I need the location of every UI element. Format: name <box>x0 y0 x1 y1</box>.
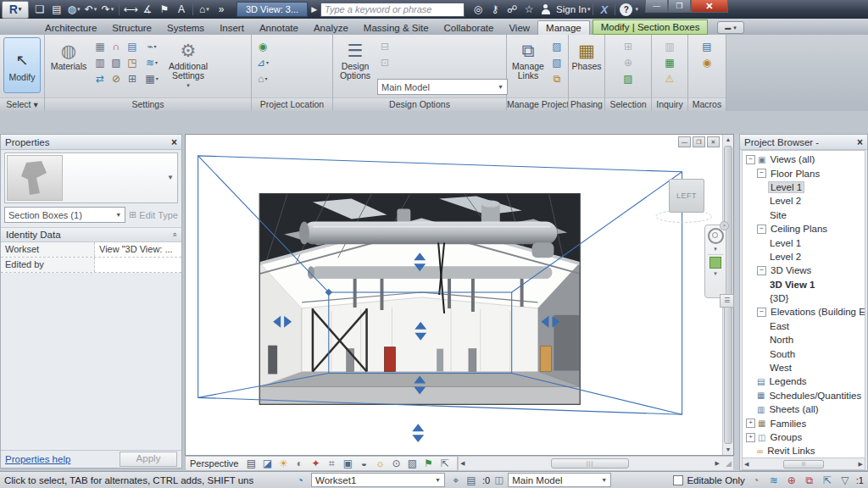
select-by-id-icon[interactable]: ▦ <box>662 55 677 69</box>
view-scale-label[interactable]: Perspective <box>190 458 238 469</box>
application-menu-button[interactable]: R▾ <box>2 1 29 19</box>
tab-massing-site[interactable]: Massing & Site <box>356 21 437 35</box>
macro-manager-icon[interactable]: ▤ <box>699 39 715 53</box>
save-selection-icon[interactable]: ⊞ <box>620 39 636 53</box>
maximize-button[interactable]: ❐ <box>668 0 691 13</box>
minimize-button[interactable]: — <box>645 0 668 13</box>
active-design-option-dropdown[interactable]: Main Model▼ <box>508 473 611 487</box>
project-parameters-icon[interactable]: ▥ <box>92 55 108 69</box>
lock-view-icon[interactable]: ⊙ <box>388 457 403 471</box>
tab-annotate[interactable]: Annotate <box>252 21 306 35</box>
coordinates-icon[interactable]: ⊿▾ <box>255 55 270 69</box>
property-value[interactable] <box>95 258 181 272</box>
tree-item-level-1[interactable]: Level 1 <box>743 236 865 249</box>
tree-item-groups[interactable]: +◫Groups <box>743 430 865 444</box>
ids-of-selection-icon[interactable]: ▥ <box>662 39 677 53</box>
detail-level-icon[interactable]: ▤ <box>243 457 259 471</box>
add-to-set-icon[interactable]: ⊟ <box>377 39 392 53</box>
rendering-dialog-icon[interactable]: ✦ <box>308 457 323 471</box>
project-information-icon[interactable]: ▤ <box>125 39 140 53</box>
project-browser-title-bar[interactable]: Project Browser - × <box>740 135 867 150</box>
tab-structure[interactable]: Structure <box>104 21 159 35</box>
tree-item-west[interactable]: West <box>743 361 865 374</box>
drawing-area[interactable]: — ❐ ✕ LEFT × ▾ ▾ ☰ ▲ ▼ <box>185 134 734 456</box>
starting-view-icon[interactable]: ⧉ <box>549 71 565 86</box>
object-styles-icon[interactable]: ▦ <box>92 39 108 53</box>
sun-path-icon[interactable]: ☀ <box>275 457 291 471</box>
horizontal-scrollbar[interactable]: ◀ ||| ▶ ◢ <box>458 456 734 471</box>
tree-item-legends[interactable]: ▤Legends <box>743 374 865 388</box>
close-icon[interactable]: × <box>171 136 177 148</box>
links-status-icon[interactable]: ⧉ <box>802 473 817 487</box>
scroll-down-icon[interactable]: ▼ <box>726 445 732 455</box>
tree-item-north[interactable]: North <box>743 333 865 347</box>
analytical-model-icon[interactable]: ⚑ <box>420 457 436 471</box>
tab-collaborate[interactable]: Collaborate <box>437 21 502 35</box>
phases-button[interactable]: ▦ Phases <box>570 37 603 72</box>
global-parameters-icon[interactable]: ◳ <box>125 55 140 69</box>
project-units-icon[interactable]: ⊞ <box>125 71 140 86</box>
tree-item-schedules-quantities[interactable]: ▦Schedules/Quantities <box>743 389 865 402</box>
select-count-icon[interactable]: ⌖ <box>448 473 464 487</box>
tree-item-east[interactable]: East <box>743 319 865 333</box>
resize-grip[interactable]: ◢ <box>721 459 733 468</box>
collapse-icon[interactable]: » <box>170 232 178 236</box>
shared-parameters-icon[interactable]: ▧ <box>108 55 124 69</box>
snaps-icon[interactable]: ∩ <box>108 39 124 53</box>
mep-settings-icon[interactable]: ≋▾ <box>144 55 159 69</box>
open-button[interactable]: ❏ <box>31 2 48 17</box>
modify-button[interactable]: ↖ Modify <box>3 37 41 93</box>
tree-item-level-2[interactable]: Level 2 <box>743 250 865 263</box>
navigation-bar[interactable]: × ▾ ▾ <box>704 225 726 298</box>
tree-item-revit-links[interactable]: ∞Revit Links <box>743 444 865 458</box>
tree-item-south[interactable]: South <box>743 347 865 360</box>
decal-types-icon[interactable]: ▧ <box>549 55 565 69</box>
collapse-icon[interactable]: − <box>757 169 766 178</box>
favorites-icon[interactable]: ☆ <box>520 2 537 17</box>
edit-selection-icon[interactable]: ▨ <box>620 71 636 86</box>
properties-title-bar[interactable]: Properties × <box>1 135 181 150</box>
qat-overflow-button[interactable]: » <box>213 2 230 17</box>
filter-icon[interactable]: ▽ <box>837 473 853 487</box>
worksets-icon[interactable]: ◔ <box>292 473 308 487</box>
chevron-down-icon[interactable]: ▾ <box>714 246 717 252</box>
tab-manage[interactable]: Manage <box>537 20 590 35</box>
scrollbar-thumb[interactable]: ||| <box>783 460 824 469</box>
expand-icon[interactable]: + <box>746 433 755 442</box>
tree-item-views-all[interactable]: −▣Views (all) <box>743 152 865 166</box>
tree-item-level-1[interactable]: Level 1 <box>743 180 865 194</box>
tab-architecture[interactable]: Architecture <box>37 21 104 35</box>
location-icon[interactable]: ◉ <box>255 39 270 53</box>
tree-item-site[interactable]: Site <box>743 208 865 222</box>
position-icon[interactable]: ⌂▾ <box>255 71 270 86</box>
scroll-up-icon[interactable]: ▲ <box>726 135 732 145</box>
help-button[interactable]: ? <box>618 2 634 17</box>
collapse-icon[interactable]: − <box>757 308 766 317</box>
default-3d-view-button[interactable]: ⌂▾ <box>196 2 213 17</box>
active-workset-dropdown[interactable]: Workset1▼ <box>311 473 445 487</box>
tab-modify-section-boxes[interactable]: Modify | Section Boxes <box>593 19 709 35</box>
text-button[interactable]: A <box>173 2 190 17</box>
purge-unused-icon[interactable]: ⊘ <box>108 71 124 86</box>
ribbon-minimize-button[interactable]: ▬▾ <box>717 21 744 34</box>
type-filter-dropdown[interactable]: Section Boxes (1)▼ <box>4 207 125 223</box>
save-button[interactable]: ▤ <box>48 2 65 17</box>
reveal-hidden-icon[interactable]: ☼ <box>372 457 387 471</box>
macro-security-icon[interactable]: ◉ <box>699 55 715 69</box>
sync-with-central-button[interactable]: ◍▾ <box>65 2 82 17</box>
tree-item-elevations-building-el[interactable]: −Elevations (Building El <box>743 305 865 319</box>
show-crop-region-icon[interactable]: ▣ <box>340 457 355 471</box>
tab-analyze[interactable]: Analyze <box>306 21 356 35</box>
view-close-button[interactable]: ✕ <box>707 136 720 147</box>
requests-icon[interactable]: ▤ <box>464 473 479 487</box>
design-option-dropdown[interactable]: Main Model▼ <box>377 79 508 95</box>
tab-insert[interactable]: Insert <box>212 21 252 35</box>
visual-style-icon[interactable]: ◪ <box>259 457 275 471</box>
scrollbar-thumb[interactable]: ||| <box>551 458 629 469</box>
chevron-down-icon[interactable]: ▾ <box>635 6 638 13</box>
collapse-icon[interactable]: − <box>746 155 755 164</box>
redo-button[interactable]: ↷▾ <box>99 2 116 17</box>
collapse-icon[interactable]: − <box>757 266 766 275</box>
worksharing-display-icon[interactable]: ◔ <box>748 473 764 487</box>
materials-button[interactable]: ◍ Materials <box>47 37 91 72</box>
